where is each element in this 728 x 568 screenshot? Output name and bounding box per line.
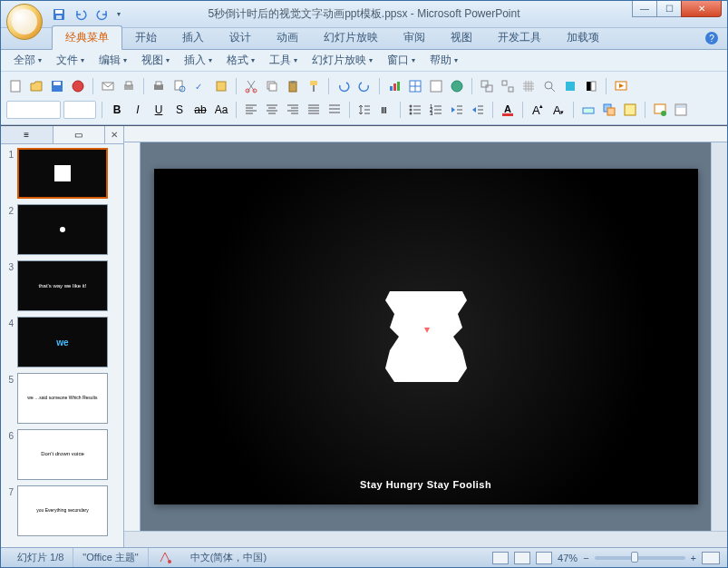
color-icon[interactable] — [561, 77, 579, 95]
redo-icon[interactable] — [355, 77, 374, 95]
increasefont-button[interactable]: A▴ — [529, 101, 547, 119]
new-icon[interactable] — [6, 77, 24, 95]
ungroup-icon[interactable] — [499, 77, 517, 95]
ribbon-tab-slideshow[interactable]: 幻灯片放映 — [311, 26, 391, 49]
thumbnail-3[interactable]: 3 that's way we like it! — [5, 260, 120, 311]
tableinsert-icon[interactable] — [427, 77, 445, 95]
zoom-slider[interactable] — [595, 556, 685, 560]
menu-tools[interactable]: 工具▾ — [264, 50, 303, 71]
fit-window-button[interactable] — [702, 552, 720, 564]
ribbon-tab-home[interactable]: 开始 — [122, 26, 170, 49]
ribbon-tab-addins[interactable]: 加载项 — [554, 26, 612, 49]
ribbon-tab-classic[interactable]: 经典菜单 — [52, 25, 122, 50]
status-spellcheck-icon[interactable] — [149, 548, 181, 567]
layout-button[interactable] — [672, 101, 690, 119]
shadow-button[interactable]: S — [170, 101, 189, 119]
thumbnail-2[interactable]: 2 — [5, 204, 120, 255]
thumbnail-6[interactable]: 6 Don't drown voice — [5, 429, 120, 480]
group-icon[interactable] — [478, 77, 496, 95]
table-icon[interactable] — [406, 77, 424, 95]
ribbon-tab-design[interactable]: 设计 — [217, 26, 264, 49]
autoshape-button[interactable] — [579, 101, 597, 119]
zoom-in-button[interactable]: + — [691, 553, 696, 563]
menu-window[interactable]: 窗口▾ — [382, 50, 421, 71]
save-icon[interactable] — [48, 77, 66, 95]
slideshow-icon[interactable] — [612, 77, 630, 95]
newslide-button[interactable] — [651, 101, 669, 119]
distributed-button[interactable] — [325, 101, 344, 119]
paste-icon[interactable] — [284, 77, 302, 95]
undo-icon[interactable] — [335, 77, 353, 95]
ribbon-tab-developer[interactable]: 开发工具 — [485, 26, 554, 49]
quickprint-icon[interactable] — [120, 77, 138, 95]
aligncenter-button[interactable] — [263, 101, 281, 119]
cut-icon[interactable] — [242, 77, 260, 95]
fontname-dropdown[interactable] — [6, 101, 61, 119]
thumbnail-5[interactable]: 5 we …said someone Which Results — [5, 373, 120, 424]
open-icon[interactable] — [27, 77, 45, 95]
close-panel-icon[interactable]: ✕ — [105, 126, 123, 143]
zoom-percent[interactable]: 47% — [558, 553, 578, 563]
help-icon[interactable]: ? — [705, 32, 718, 44]
scrollbar-vertical[interactable] — [711, 142, 727, 531]
increaseindent-button[interactable] — [469, 101, 487, 119]
underline-button[interactable]: U — [150, 101, 168, 119]
arrange-button[interactable] — [600, 101, 618, 119]
ribbon-tab-view[interactable]: 视图 — [438, 26, 485, 49]
undo-icon[interactable] — [73, 7, 88, 22]
menu-edit[interactable]: 编辑▾ — [93, 50, 132, 71]
hyperlink-icon[interactable] — [448, 77, 466, 95]
alignright-button[interactable] — [284, 101, 302, 119]
fontsize-dropdown[interactable] — [63, 101, 96, 119]
formatpainter-icon[interactable] — [305, 77, 323, 95]
minimize-button[interactable]: — — [632, 1, 657, 17]
tab-outline[interactable]: ≡ — [1, 126, 53, 143]
quickstyles-button[interactable] — [621, 101, 639, 119]
zoom-icon[interactable] — [540, 77, 558, 95]
linespacing-button[interactable] — [355, 101, 374, 119]
save-icon[interactable] — [52, 7, 66, 22]
menu-view[interactable]: 视图▾ — [136, 50, 175, 71]
fontcolor-button[interactable]: A — [499, 101, 517, 119]
status-language[interactable]: 中文(简体，中国) — [181, 548, 276, 567]
copy-icon[interactable] — [263, 77, 281, 95]
ribbon-tab-animation[interactable]: 动画 — [264, 26, 311, 49]
decreaseindent-button[interactable] — [448, 101, 466, 119]
zoom-out-button[interactable]: − — [583, 553, 588, 563]
thumbnail-1[interactable]: 1 — [5, 148, 120, 199]
decreasefont-button[interactable]: A▾ — [549, 101, 568, 119]
tab-slides[interactable]: ▭ — [53, 126, 106, 143]
italic-button[interactable]: I — [129, 101, 147, 119]
slide-stage[interactable]: Stay Hungry Stay Foolish — [141, 142, 711, 531]
menu-insert[interactable]: 插入▾ — [179, 50, 218, 71]
changecase-button[interactable]: Aa — [212, 101, 230, 119]
scrollbar-horizontal[interactable] — [124, 531, 727, 547]
thumbnail-list[interactable]: 1 2 3 that's way we like it! 4 we 5 — [1, 144, 123, 547]
slide-canvas[interactable]: Stay Hungry Stay Foolish — [154, 169, 698, 504]
view-slideshow-button[interactable] — [536, 552, 552, 564]
bullets-button[interactable] — [406, 101, 424, 119]
email-icon[interactable] — [99, 77, 117, 95]
ribbon-tab-review[interactable]: 审阅 — [391, 26, 438, 49]
menu-all[interactable]: 全部▾ — [8, 50, 47, 71]
maximize-button[interactable]: ☐ — [656, 1, 682, 17]
menu-slideshow[interactable]: 幻灯片放映▾ — [306, 50, 378, 71]
menu-help[interactable]: 帮助▾ — [424, 50, 463, 71]
print-icon[interactable] — [150, 77, 168, 95]
chart-icon[interactable] — [385, 77, 403, 95]
view-normal-button[interactable] — [492, 552, 509, 564]
spellcheck-icon[interactable]: ✓ — [191, 77, 209, 95]
alignleft-button[interactable] — [242, 101, 260, 119]
thumbnail-7[interactable]: 7 you Everything secondary — [5, 485, 120, 536]
view-sorter-button[interactable] — [514, 552, 530, 564]
qat-dropdown-icon[interactable]: ▾ — [117, 10, 121, 18]
ribbon-tab-insert[interactable]: 插入 — [170, 26, 217, 49]
bw-icon[interactable] — [582, 77, 600, 95]
strikethrough-button[interactable]: ab — [191, 101, 209, 119]
numbering-button[interactable]: 123 — [427, 101, 445, 119]
close-button[interactable]: ✕ — [681, 1, 722, 17]
office-button[interactable] — [6, 4, 43, 40]
printpreview-icon[interactable] — [170, 77, 189, 95]
justify-button[interactable] — [305, 101, 323, 119]
grid-icon[interactable] — [519, 77, 538, 95]
